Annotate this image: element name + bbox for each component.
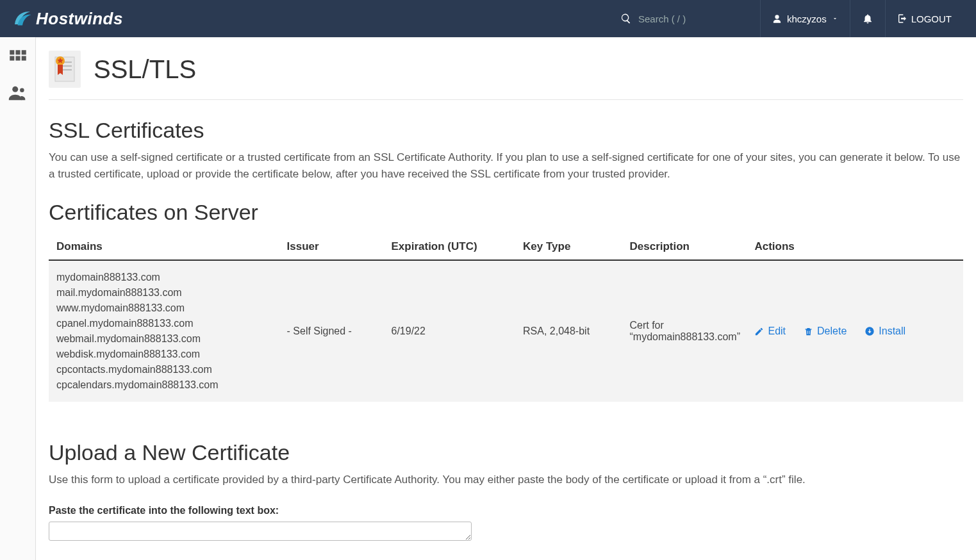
col-actions: Actions [747,234,963,260]
ssl-certificates-heading: SSL Certificates [49,118,963,143]
svg-rect-5 [21,56,26,60]
col-domains: Domains [49,234,279,260]
trash-icon [804,327,813,336]
main-content: SSL/TLS SSL Certificates You can use a s… [36,37,976,560]
table-row: mydomain888133.com mail.mydomain888133.c… [49,260,963,402]
user-menu[interactable]: khczyzos [760,0,850,37]
download-circle-icon [864,326,875,336]
users-button[interactable] [7,82,29,104]
search-wrap [620,13,741,24]
delete-button[interactable]: Delete [804,325,847,337]
bell-icon [862,13,873,24]
page-title: SSL/TLS [94,55,196,84]
notifications-button[interactable] [850,0,885,37]
col-expiration: Expiration (UTC) [384,234,516,260]
brand-name: Hostwinds [36,9,123,29]
install-label: Install [879,325,906,337]
upload-description: Use this form to upload a certificate pr… [49,472,963,488]
cert-expiration-cell: 6/19/22 [384,260,516,402]
page-header: SSL/TLS [49,45,963,100]
col-description: Description [622,234,747,260]
install-button[interactable]: Install [864,325,906,337]
delete-label: Delete [817,325,847,337]
svg-rect-1 [15,50,20,54]
edit-label: Edit [768,325,786,337]
domain-item: cpcalendars.mydomain888133.com [56,377,272,393]
svg-rect-3 [10,56,14,60]
col-issuer: Issuer [279,234,384,260]
grid-icon [7,47,29,69]
cert-keytype-cell: RSA, 2,048-bit [515,260,622,402]
topbar: Hostwinds khczyzos LOGOUT [0,0,976,37]
sidebar [0,37,36,560]
users-icon [7,81,29,105]
pencil-icon [754,327,764,336]
domain-item: www.mydomain888133.com [56,301,272,316]
caret-down-icon [832,15,838,22]
domain-item: mydomain888133.com [56,270,272,285]
brand-swoosh-icon [13,8,32,29]
svg-point-6 [12,86,18,92]
username-label: khczyzos [787,13,827,24]
paste-label: Paste the certificate into the following… [49,505,963,516]
edit-button[interactable]: Edit [754,325,786,337]
apps-grid-button[interactable] [7,47,29,69]
svg-rect-4 [15,56,20,60]
domain-item: cpcontacts.mydomain888133.com [56,362,272,377]
cert-actions-cell: Edit Delete Install [754,325,955,337]
domain-item: cpanel.mydomain888133.com [56,316,272,331]
col-keytype: Key Type [515,234,622,260]
search-icon[interactable] [620,13,632,24]
logout-label: LOGOUT [911,13,952,24]
svg-point-7 [20,88,24,92]
upload-heading: Upload a New Certificate [49,440,963,465]
certificates-on-server-heading: Certificates on Server [49,200,963,225]
ssl-page-icon [49,51,81,88]
search-input[interactable] [638,13,741,24]
cert-description-cell: Cert for “mydomain888133.com” [622,260,747,402]
certificate-paste-textarea[interactable] [49,522,472,541]
logout-button[interactable]: LOGOUT [885,0,963,37]
domain-item: webmail.mydomain888133.com [56,331,272,347]
svg-rect-0 [10,50,14,54]
svg-rect-2 [21,50,26,54]
domain-item: mail.mydomain888133.com [56,285,272,301]
cert-domains-cell: mydomain888133.com mail.mydomain888133.c… [56,270,272,393]
brand-logo[interactable]: Hostwinds [13,8,123,29]
user-icon [772,14,782,24]
domain-item: webdisk.mydomain888133.com [56,347,272,362]
certificates-table: Domains Issuer Expiration (UTC) Key Type… [49,234,963,402]
ssl-certificates-description: You can use a self-signed certificate or… [49,149,963,182]
cert-issuer-cell: - Self Signed - [279,260,384,402]
logout-icon [897,13,907,24]
